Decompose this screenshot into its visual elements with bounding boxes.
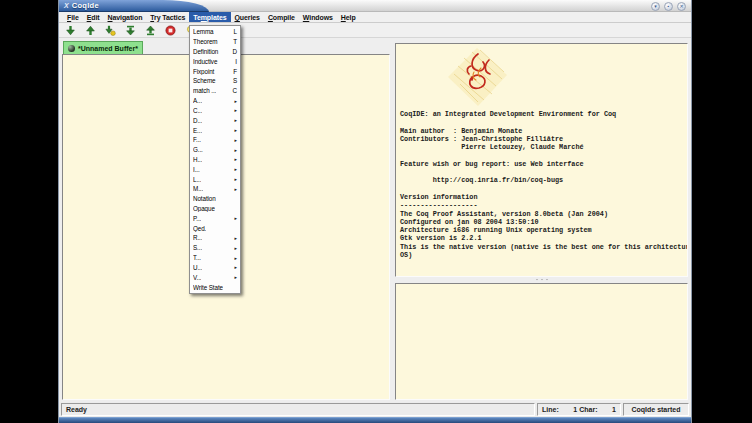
buffer-status-icon bbox=[68, 45, 75, 52]
go-to-start-icon[interactable] bbox=[145, 25, 156, 36]
message-pane[interactable] bbox=[395, 283, 688, 400]
templates-menu-item-scheme[interactable]: Scheme _S bbox=[190, 76, 240, 86]
templates-menu-item-lemma[interactable]: Lemma _L bbox=[190, 27, 240, 37]
char-label: Char: bbox=[579, 406, 597, 413]
templates-menu-item-g[interactable]: G...▸ bbox=[190, 145, 240, 155]
templates-menu-item-t[interactable]: T...▸ bbox=[190, 253, 240, 263]
menu-item-accel: I bbox=[235, 58, 237, 65]
menu-item-label: Definition _ bbox=[193, 48, 223, 55]
templates-menu-item-r[interactable]: R...▸ bbox=[190, 233, 240, 243]
menu-item-windows[interactable]: Windows bbox=[299, 12, 337, 22]
templates-menu-item-a[interactable]: A...▸ bbox=[190, 96, 240, 106]
submenu-arrow-icon: ▸ bbox=[235, 176, 237, 182]
submenu-arrow-icon: ▸ bbox=[235, 127, 237, 133]
buffer-tab-label: *Unnamed Buffer* bbox=[78, 45, 138, 52]
status-ready: Ready bbox=[61, 403, 535, 416]
menu-item-label: L... bbox=[193, 176, 201, 183]
buffer-tab[interactable]: *Unnamed Buffer* bbox=[63, 41, 143, 54]
menu-item-edit[interactable]: Edit bbox=[83, 12, 104, 22]
menu-item-label: R... bbox=[193, 234, 202, 241]
menu-item-label: Lemma _ bbox=[193, 28, 219, 35]
splitter-grip-dot bbox=[536, 279, 538, 281]
menu-item-label: T... bbox=[193, 254, 201, 261]
templates-menu-item-h[interactable]: H...▸ bbox=[190, 155, 240, 165]
menu-item-label: Scheme _ bbox=[193, 77, 221, 84]
line-value: 1 bbox=[561, 406, 577, 413]
menu-item-help[interactable]: Help bbox=[337, 12, 360, 22]
menu-item-label: G... bbox=[193, 146, 203, 153]
submenu-arrow-icon: ▸ bbox=[235, 264, 237, 270]
menu-item-label: Write State bbox=[193, 284, 223, 291]
menu-item-label: I... bbox=[193, 166, 200, 173]
submenu-arrow-icon: ▸ bbox=[235, 166, 237, 172]
minimize-button[interactable]: ▾ bbox=[651, 2, 660, 11]
go-down-icon[interactable] bbox=[65, 25, 76, 36]
titlebar[interactable]: X CoqIde ▾▪✕ bbox=[59, 0, 691, 12]
splitter-grip-dot bbox=[546, 279, 548, 281]
templates-menu-item-theorem[interactable]: Theorem _T bbox=[190, 37, 240, 47]
templates-menu-item-p[interactable]: P...▸ bbox=[190, 213, 240, 223]
templates-menu-item-notation[interactable]: Notation bbox=[190, 194, 240, 204]
menubar: FileEditNavigationTry TacticsTemplatesQu… bbox=[59, 12, 691, 23]
coq-rooster-logo bbox=[444, 46, 510, 108]
titlebar-tab[interactable]: X CoqIde bbox=[59, 0, 209, 12]
goal-message-area: CoqIDE: an Integrated Development Enviro… bbox=[395, 40, 688, 400]
menu-item-label: Notation bbox=[193, 195, 216, 202]
menu-item-accel: T bbox=[233, 38, 237, 45]
menu-item-label: V... bbox=[193, 274, 201, 281]
templates-menu-item-u[interactable]: U...▸ bbox=[190, 263, 240, 273]
go-to-cursor-icon[interactable] bbox=[105, 25, 116, 36]
templates-menu-item-m[interactable]: M...▸ bbox=[190, 184, 240, 194]
templates-menu-item-s[interactable]: S...▸ bbox=[190, 243, 240, 253]
templates-menu-item-d[interactable]: D...▸ bbox=[190, 115, 240, 125]
menu-item-try-tactics[interactable]: Try Tactics bbox=[146, 12, 189, 22]
templates-menu-item-qed[interactable]: Qed. bbox=[190, 223, 240, 233]
main-content: *Unnamed Buffer* bbox=[59, 38, 691, 402]
templates-menu-item-v[interactable]: V...▸ bbox=[190, 272, 240, 282]
status-message: CoqIde started bbox=[623, 403, 689, 416]
go-up-icon[interactable] bbox=[85, 25, 96, 36]
maximize-button[interactable]: ▪ bbox=[664, 2, 673, 11]
menu-item-label: D... bbox=[193, 117, 202, 124]
window-title: CoqIde bbox=[72, 1, 99, 10]
interrupt-icon[interactable] bbox=[165, 25, 176, 36]
menu-item-queries[interactable]: Queries bbox=[231, 12, 264, 22]
close-button[interactable]: ✕ bbox=[677, 2, 686, 11]
coqide-window: X CoqIde ▾▪✕ FileEditNavigationTry Tacti… bbox=[58, 0, 692, 423]
status-ready-text: Ready bbox=[66, 406, 87, 413]
templates-menu-item-match[interactable]: match ...C bbox=[190, 86, 240, 96]
templates-menu-item-fixpoint[interactable]: Fixpoint _F bbox=[190, 66, 240, 76]
menu-item-accel: S bbox=[233, 77, 237, 84]
templates-menu-item-f[interactable]: F...▸ bbox=[190, 135, 240, 145]
templates-menu-item-e[interactable]: E...▸ bbox=[190, 125, 240, 135]
templates-menu-item-l[interactable]: L...▸ bbox=[190, 174, 240, 184]
menu-item-navigation[interactable]: Navigation bbox=[104, 12, 147, 22]
templates-menu-item-inductive[interactable]: Inductive _I bbox=[190, 56, 240, 66]
menu-item-compile[interactable]: Compile bbox=[264, 12, 299, 22]
menu-item-label: Fixpoint _ bbox=[193, 68, 219, 75]
goal-pane[interactable]: CoqIDE: an Integrated Development Enviro… bbox=[395, 43, 688, 277]
templates-menu-item-c[interactable]: C...▸ bbox=[190, 106, 240, 116]
menu-item-label: M... bbox=[193, 185, 203, 192]
menu-item-label: E... bbox=[193, 127, 202, 134]
submenu-arrow-icon: ▸ bbox=[235, 245, 237, 251]
menu-item-file[interactable]: File bbox=[63, 12, 83, 22]
templates-menu-item-definition[interactable]: Definition _D bbox=[190, 47, 240, 57]
menu-item-label: U... bbox=[193, 264, 202, 271]
menu-item-label: H... bbox=[193, 156, 202, 163]
submenu-arrow-icon: ▸ bbox=[235, 235, 237, 241]
menu-item-templates[interactable]: Templates bbox=[189, 12, 230, 22]
menu-item-label: C... bbox=[193, 107, 202, 114]
go-to-end-icon[interactable] bbox=[125, 25, 136, 36]
submenu-arrow-icon: ▸ bbox=[235, 156, 237, 162]
toolbar bbox=[59, 23, 691, 38]
submenu-arrow-icon: ▸ bbox=[235, 186, 237, 192]
templates-menu-item-i[interactable]: I...▸ bbox=[190, 164, 240, 174]
templates-menu-item-opaque[interactable]: Opaque bbox=[190, 204, 240, 214]
window-bottom-border bbox=[59, 417, 691, 423]
templates-menu-item-write-state[interactable]: Write State bbox=[190, 282, 240, 292]
menu-item-label: Inductive _ bbox=[193, 58, 222, 65]
statusbar: Ready Line: 1 Char: 1 CoqIde started bbox=[59, 402, 691, 417]
submenu-arrow-icon: ▸ bbox=[235, 117, 237, 123]
menu-item-label: match ... bbox=[193, 87, 216, 94]
